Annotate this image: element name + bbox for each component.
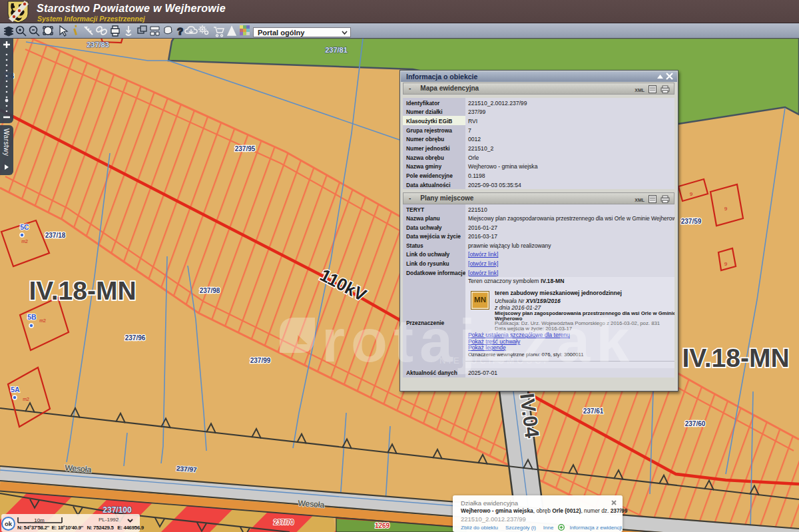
svg-text:237/100: 237/100 — [103, 505, 132, 515]
svg-text:237/96: 237/96 — [125, 334, 146, 342]
svg-text:237/60: 237/60 — [685, 420, 706, 427]
svg-text:1269: 1269 — [375, 522, 390, 529]
svg-text:10m: 10m — [34, 517, 45, 523]
svg-text:237/81: 237/81 — [325, 46, 348, 54]
svg-text:IV.18-MN: IV.18-MN — [682, 344, 789, 372]
svg-text:?: ? — [177, 25, 183, 37]
svg-text:237/98: 237/98 — [200, 287, 220, 294]
svg-text:237/59: 237/59 — [681, 218, 702, 225]
svg-text:IV.18-MN: IV.18-MN — [29, 276, 136, 305]
svg-text:9: 9 — [724, 261, 728, 267]
svg-text:m2: m2 — [21, 239, 28, 244]
svg-text:237/95: 237/95 — [235, 145, 256, 152]
svg-text:5C: 5C — [20, 223, 29, 231]
svg-text:237/18: 237/18 — [45, 232, 66, 239]
svg-text:237/61: 237/61 — [583, 407, 604, 415]
svg-text:9: 9 — [690, 191, 693, 197]
svg-text:9: 9 — [724, 206, 728, 212]
svg-text:237/83: 237/83 — [87, 41, 109, 49]
svg-text:5B: 5B — [27, 313, 37, 321]
svg-text:237/70: 237/70 — [274, 519, 294, 526]
svg-text:5A: 5A — [11, 386, 20, 394]
svg-text:m2: m2 — [23, 397, 29, 401]
svg-text:237/99: 237/99 — [250, 357, 271, 364]
svg-text:m2: m2 — [39, 318, 46, 323]
